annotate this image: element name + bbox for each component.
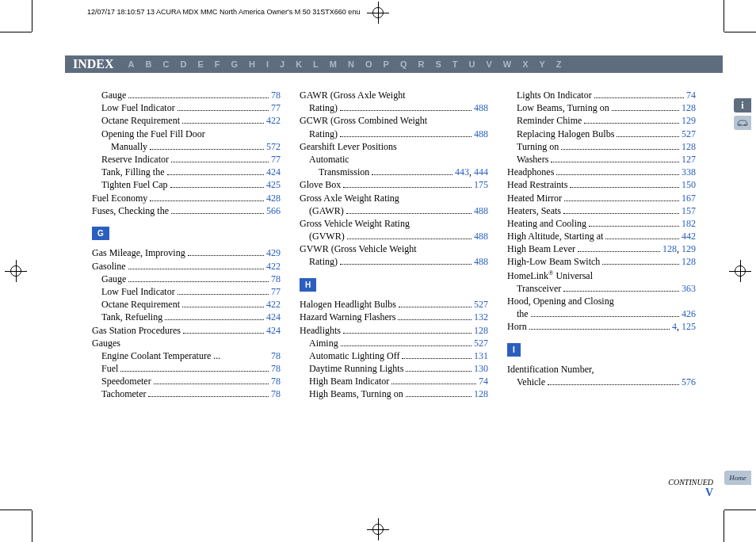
page-ref[interactable]: 130 — [474, 362, 488, 375]
alpha-letter[interactable]: W — [503, 59, 511, 69]
page-ref[interactable]: 128 — [682, 140, 696, 153]
page-ref[interactable]: 182 — [682, 217, 696, 230]
page-ref[interactable]: 429 — [266, 246, 281, 259]
index-label: Low Fuel Indicator — [101, 285, 175, 298]
page-ref[interactable]: 527 — [474, 337, 488, 349]
index-label: Reserve Indicator — [101, 153, 169, 166]
index-entry: Hazard Warning Flashers132 — [300, 311, 488, 323]
alpha-letter[interactable]: V — [486, 59, 491, 69]
alpha-letter[interactable]: F — [215, 59, 220, 69]
page-ref[interactable]: 426 — [682, 307, 696, 320]
page-ref[interactable]: 443, 444 — [455, 166, 488, 178]
alpha-letter[interactable]: Y — [540, 59, 545, 69]
alpha-letter[interactable]: Z — [556, 59, 562, 69]
page-ref[interactable]: 132 — [474, 311, 488, 323]
page-ref[interactable]: 78 — [271, 387, 281, 400]
page-ref[interactable]: 363 — [682, 282, 696, 295]
alpha-letter[interactable]: T — [452, 59, 458, 69]
page-ref[interactable]: 78 — [271, 362, 281, 375]
page-ref[interactable]: 74 — [686, 89, 696, 101]
page-ref[interactable]: 424 — [266, 166, 281, 178]
alpha-letter[interactable]: H — [249, 59, 255, 69]
alpha-letter[interactable]: D — [180, 59, 186, 69]
page-ref[interactable]: 77 — [271, 101, 281, 114]
home-tab[interactable]: Home — [724, 471, 751, 485]
alpha-letter[interactable]: K — [296, 59, 302, 69]
index-entry: Transmission443, 444 — [300, 166, 488, 178]
page-ref[interactable]: 338 — [682, 166, 696, 178]
alpha-letter[interactable]: X — [522, 59, 528, 69]
page-ref[interactable]: 74 — [479, 375, 488, 387]
index-entry: Low Fuel Indicator77 — [92, 101, 281, 114]
info-tab[interactable]: i — [734, 98, 751, 113]
page-ref[interactable]: 527 — [474, 298, 488, 311]
page-ref[interactable]: 167 — [682, 192, 696, 204]
page-ref[interactable]: 128 — [474, 324, 488, 337]
page-ref[interactable]: 422 — [266, 298, 281, 311]
alpha-letter[interactable]: R — [418, 59, 424, 69]
page-ref[interactable]: 128 — [682, 255, 696, 268]
index-entry: Tachometer78 — [92, 387, 281, 400]
leader-dots — [128, 269, 264, 269]
page-ref[interactable]: 428 — [266, 192, 281, 204]
alpha-letter[interactable]: J — [280, 59, 284, 69]
page-ref[interactable]: 424 — [266, 324, 281, 337]
index-label: Turning on — [517, 140, 559, 153]
leader-dots — [188, 255, 264, 256]
page-ref[interactable]: 422 — [266, 260, 281, 273]
alpha-letter[interactable]: C — [162, 59, 169, 69]
leader-dots — [398, 319, 472, 320]
index-entry: Reserve Indicator77 — [92, 153, 281, 166]
page-ref[interactable]: 127 — [682, 153, 696, 166]
page-ref[interactable]: 424 — [266, 311, 281, 323]
page-ref[interactable]: 150 — [682, 178, 696, 191]
alpha-letter[interactable]: E — [197, 59, 203, 69]
page-ref[interactable]: 78 — [271, 273, 281, 285]
alpha-letter[interactable]: G — [231, 59, 238, 69]
index-entry: Speedometer78 — [92, 375, 281, 387]
alpha-letter[interactable]: U — [468, 59, 475, 69]
page-ref[interactable]: 128 — [474, 387, 488, 400]
page-ref[interactable]: 527 — [682, 128, 696, 140]
page-ref[interactable]: 442 — [682, 230, 696, 242]
page-ref[interactable]: 78 — [271, 89, 281, 101]
page-ref[interactable]: 128 — [682, 101, 696, 114]
page-ref[interactable]: 488 — [474, 101, 488, 114]
page-ref[interactable]: 422 — [266, 114, 281, 127]
page-ref[interactable]: 425 — [266, 178, 281, 191]
index-entry: Daytime Running Lights130 — [300, 362, 488, 375]
page-ref[interactable]: 128, 129 — [662, 242, 696, 255]
page-ref[interactable]: 488 — [474, 255, 488, 268]
alpha-letter[interactable]: N — [348, 59, 354, 69]
page-ref[interactable]: 157 — [682, 204, 696, 217]
leader-dots — [561, 149, 679, 150]
page-ref[interactable]: 77 — [271, 153, 281, 166]
alpha-letter[interactable]: L — [313, 59, 319, 69]
registration-mark — [370, 521, 386, 537]
page-ref[interactable]: 572 — [266, 140, 281, 153]
alpha-letter[interactable]: Q — [400, 59, 407, 69]
alpha-letter[interactable]: A — [128, 59, 135, 69]
index-label: Gauge — [101, 273, 126, 285]
page-ref[interactable]: 488 — [474, 230, 488, 242]
page-ref[interactable]: 576 — [682, 376, 696, 388]
leader-dots — [602, 264, 679, 265]
alpha-letter[interactable]: O — [365, 59, 372, 69]
alpha-letter[interactable]: B — [146, 59, 152, 69]
alpha-letter[interactable]: I — [266, 59, 269, 69]
car-tab[interactable] — [734, 116, 751, 130]
page-ref[interactable]: 129 — [682, 114, 696, 127]
alpha-letter[interactable]: S — [435, 59, 441, 69]
page-ref[interactable]: 488 — [474, 128, 488, 140]
index-entry: (GVWR)488 — [300, 230, 488, 242]
page-ref[interactable]: 175 — [474, 178, 488, 191]
alpha-letter[interactable]: M — [330, 59, 337, 69]
page-ref[interactable]: 566 — [266, 204, 281, 217]
page-ref[interactable]: 78 — [271, 349, 281, 362]
page-ref[interactable]: 78 — [271, 375, 281, 387]
page-ref[interactable]: 131 — [474, 349, 488, 362]
page-ref[interactable]: 77 — [271, 285, 281, 298]
page-ref[interactable]: 488 — [474, 204, 488, 217]
alpha-letter[interactable]: P — [384, 59, 389, 69]
page-ref[interactable]: 4, 125 — [672, 320, 696, 333]
